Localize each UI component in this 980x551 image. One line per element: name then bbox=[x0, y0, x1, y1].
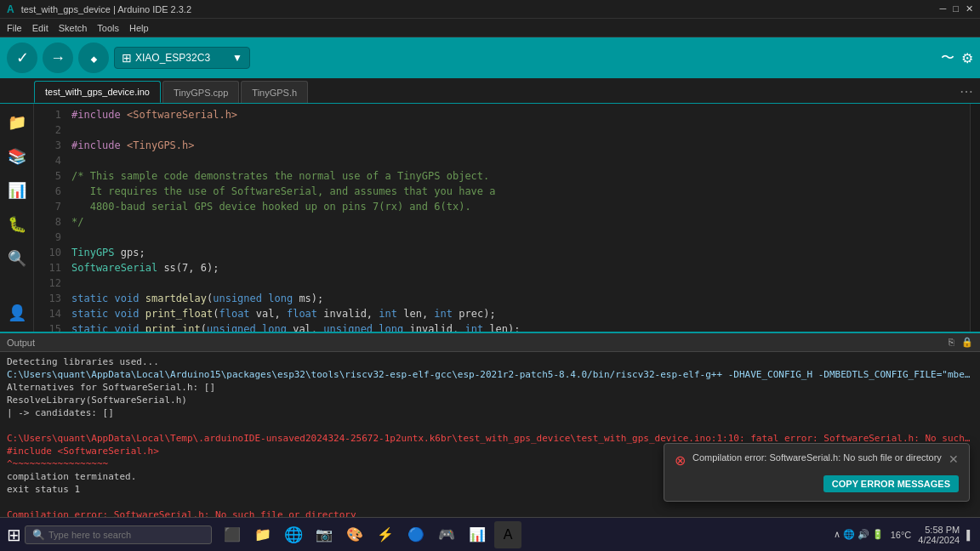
toolbar: ✓ → ⬥ ⊞ XIAO_ESP32C3 ▼ 〜 ⚙ bbox=[0, 37, 980, 78]
taskbar-icon-app2[interactable]: 🎨 bbox=[341, 521, 368, 548]
taskbar-icon-app6[interactable]: 📊 bbox=[464, 521, 491, 548]
start-button[interactable]: ⊞ bbox=[7, 525, 21, 545]
output-line-4: ResolveLibrary(SoftwareSerial.h) bbox=[7, 394, 973, 406]
settings-button[interactable]: ⚙ bbox=[961, 49, 973, 67]
error-popup-icon: ⊗ bbox=[675, 452, 686, 469]
tab-tinygps-cpp[interactable]: TinyGPS.cpp bbox=[162, 81, 239, 103]
close-button[interactable]: ✕ bbox=[966, 3, 973, 14]
taskbar-icon-app7[interactable]: A bbox=[494, 521, 521, 548]
app-icon: A bbox=[7, 3, 14, 15]
minimize-button[interactable]: ─ bbox=[940, 3, 947, 14]
editor-wrapper: 📁 📚 📊 🐛 🔍 👤 1234567891011121314151617181… bbox=[0, 104, 980, 332]
clock-date: 4/24/2024 bbox=[918, 535, 960, 545]
board-name: XIAO_ESP32C3 bbox=[135, 52, 210, 64]
system-clock: 5:58 PM 4/24/2024 bbox=[918, 525, 960, 545]
verify-button[interactable]: ✓ bbox=[7, 43, 37, 73]
taskbar-icon-task-view[interactable]: ⬛ bbox=[219, 521, 246, 548]
taskbar-search-input[interactable] bbox=[48, 530, 185, 540]
code-editor[interactable]: #include <SoftwareSerial.h> #include <Ti… bbox=[65, 104, 970, 332]
output-line-5: | -> candidates: [] bbox=[7, 406, 973, 419]
output-line-13: Compilation error: SoftwareSerial.h: No … bbox=[7, 508, 973, 517]
line-numbers: 12345678910111213141516171819202122 bbox=[34, 104, 65, 332]
menu-bar: File Edit Sketch Tools Help bbox=[0, 19, 980, 37]
taskbar-icon-app3[interactable]: ⚡ bbox=[372, 521, 399, 548]
taskbar-icons: ⬛ 📁 🌐 📷 🎨 ⚡ 🔵 🎮 📊 A bbox=[219, 521, 521, 548]
editor-area[interactable]: 12345678910111213141516171819202122 #inc… bbox=[34, 104, 980, 332]
debug-button[interactable]: ⬥ bbox=[78, 43, 109, 73]
sidebar-icon-chart[interactable]: 📊 bbox=[5, 179, 29, 202]
tabs-more[interactable]: ⋯ bbox=[960, 83, 973, 99]
popup-header: ⊗ Compilation error: SoftwareSerial.h: N… bbox=[675, 452, 959, 469]
error-popup: ⊗ Compilation error: SoftwareSerial.h: N… bbox=[664, 443, 970, 502]
sidebar-icon-folder[interactable]: 📁 bbox=[5, 111, 29, 134]
tab-tinygps-h[interactable]: TinyGPS.h bbox=[241, 81, 308, 103]
window-controls: ─ □ ✕ bbox=[940, 3, 973, 14]
taskbar-icon-edge[interactable]: 🌐 bbox=[280, 521, 307, 548]
menu-tools[interactable]: Tools bbox=[97, 23, 119, 33]
title-text: test_with_gps_device | Arduino IDE 2.3.2 bbox=[21, 4, 933, 14]
toolbar-right: 〜 ⚙ bbox=[941, 49, 973, 67]
tab-main[interactable]: test_with_gps_device.ino bbox=[34, 81, 161, 103]
taskbar: ⊞ 🔍 ⬛ 📁 🌐 📷 🎨 ⚡ 🔵 🎮 📊 A ∧ 🌐 🔊 🔋 16°C 5:5… bbox=[0, 517, 980, 551]
output-title: Output bbox=[7, 338, 35, 348]
tray-temp: 16°C bbox=[891, 530, 912, 540]
board-selector[interactable]: ⊞ XIAO_ESP32C3 ▼ bbox=[114, 47, 250, 69]
menu-file[interactable]: File bbox=[7, 23, 22, 33]
taskbar-icon-app1[interactable]: 📷 bbox=[311, 521, 338, 548]
output-lock-icon[interactable]: 🔒 bbox=[961, 337, 973, 348]
tabs: test_with_gps_device.ino TinyGPS.cpp Tin… bbox=[0, 78, 980, 104]
copy-error-button[interactable]: COPY ERROR MESSAGES bbox=[823, 475, 959, 492]
system-tray: ∧ 🌐 🔊 🔋 16°C 5:58 PM 4/24/2024 ▌ bbox=[834, 525, 973, 545]
output-line-2: C:\Users\quant\AppData\Local\Arduino15\p… bbox=[7, 368, 973, 381]
serial-plotter-button[interactable]: 〜 bbox=[941, 49, 954, 67]
error-popup-message: Compilation error: SoftwareSerial.h: No … bbox=[692, 452, 942, 463]
sidebar-icon-search[interactable]: 🔍 bbox=[5, 247, 29, 270]
maximize-button[interactable]: □ bbox=[953, 3, 959, 14]
output-header: Output ⎘ 🔒 bbox=[0, 333, 980, 352]
taskbar-search[interactable]: 🔍 bbox=[25, 525, 212, 544]
show-desktop[interactable]: ▌ bbox=[966, 530, 973, 540]
sidebar: 📁 📚 📊 🐛 🔍 👤 bbox=[0, 104, 34, 332]
clock-time: 5:58 PM bbox=[918, 525, 960, 535]
title-bar: A test_with_gps_device | Arduino IDE 2.3… bbox=[0, 0, 980, 19]
sidebar-icon-user[interactable]: 👤 bbox=[5, 301, 29, 325]
taskbar-icon-app4[interactable]: 🔵 bbox=[402, 521, 430, 548]
tray-icons[interactable]: ∧ 🌐 🔊 🔋 bbox=[834, 529, 884, 540]
board-dropdown-icon: ▼ bbox=[232, 52, 242, 64]
menu-sketch[interactable]: Sketch bbox=[59, 23, 88, 33]
output-line-1: Detecting libraries used... bbox=[7, 355, 973, 368]
output-line-6 bbox=[7, 419, 973, 432]
output-copy-icon[interactable]: ⎘ bbox=[949, 337, 954, 348]
taskbar-icon-app5[interactable]: 🎮 bbox=[433, 521, 460, 548]
output-line-3: Alternatives for SoftwareSerial.h: [] bbox=[7, 381, 973, 394]
editor-scrollbar[interactable] bbox=[970, 104, 980, 332]
upload-button[interactable]: → bbox=[43, 43, 73, 73]
sidebar-icon-debug[interactable]: 🐛 bbox=[5, 213, 29, 236]
taskbar-icon-explorer[interactable]: 📁 bbox=[249, 521, 276, 548]
error-popup-close[interactable]: ✕ bbox=[949, 452, 959, 466]
taskbar-search-icon: 🔍 bbox=[32, 529, 45, 541]
menu-help[interactable]: Help bbox=[129, 23, 149, 33]
menu-edit[interactable]: Edit bbox=[32, 23, 48, 33]
sidebar-icon-book[interactable]: 📚 bbox=[5, 145, 29, 168]
